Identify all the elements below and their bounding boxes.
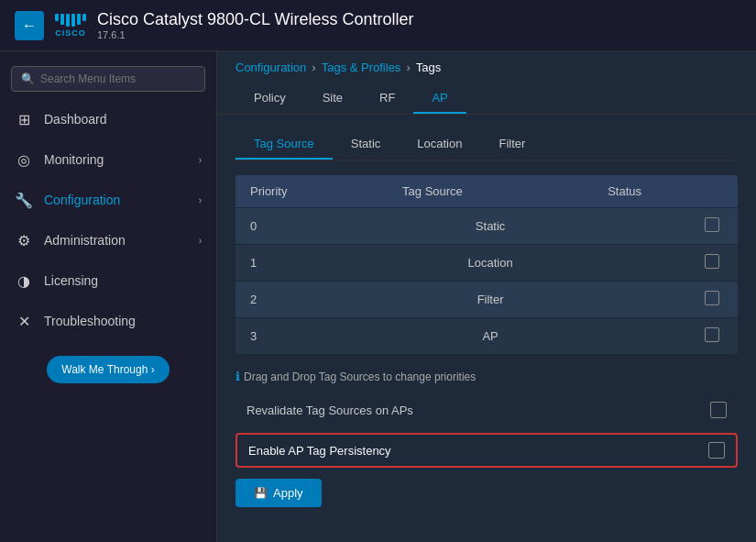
licensing-icon: ◑	[15, 271, 33, 290]
row1-checkbox[interactable]	[705, 254, 719, 269]
floppy-icon: 💾	[254, 487, 268, 500]
dashboard-icon: ⊞	[15, 110, 33, 128]
search-icon: 🔍	[21, 72, 35, 85]
row0-status	[593, 208, 738, 245]
row2-status	[593, 282, 738, 318]
app-title-block: Cisco Catalyst 9800-CL Wireless Controll…	[97, 10, 413, 40]
tab-location[interactable]: Location	[399, 129, 480, 160]
row0-checkbox[interactable]	[705, 217, 719, 232]
sidebar-label-dashboard: Dashboard	[44, 112, 202, 127]
monitoring-arrow-icon: ›	[199, 155, 202, 165]
breadcrumb-tags-profiles[interactable]: Tags & Profiles	[322, 61, 401, 74]
monitoring-icon: ◎	[15, 150, 33, 169]
row0-tag-source: Static	[388, 208, 593, 245]
tab-rf[interactable]: RF	[361, 83, 413, 114]
info-icon: ℹ	[236, 370, 240, 383]
tab-site[interactable]: Site	[304, 83, 361, 114]
sidebar-item-administration[interactable]: ⚙ Administration ›	[0, 220, 216, 260]
sidebar: 🔍 ⊞ Dashboard ◎ Monitoring › 🔧 Configura…	[0, 51, 217, 542]
search-box[interactable]: 🔍	[11, 66, 205, 92]
sidebar-label-monitoring: Monitoring	[44, 152, 188, 167]
app-version: 17.6.1	[97, 29, 413, 40]
col-priority: Priority	[236, 175, 388, 208]
table-row: 0 Static	[236, 208, 738, 245]
back-button[interactable]: ←	[15, 11, 44, 40]
persistency-label: Enable AP Tag Persistency	[248, 444, 391, 458]
tab-tag-source[interactable]: Tag Source	[236, 129, 333, 160]
row1-tag-source: Location	[388, 245, 593, 282]
top-tabs: Policy Site RF AP	[217, 83, 756, 115]
drag-info: ℹ Drag and Drop Tag Sources to change pr…	[236, 370, 738, 383]
sidebar-label-licensing: Licensing	[44, 273, 202, 288]
persistency-checkbox[interactable]	[708, 442, 725, 459]
row0-priority: 0	[236, 208, 388, 245]
table-row: 3 AP	[236, 318, 738, 355]
table-row: 2 Filter	[236, 282, 738, 318]
row2-checkbox[interactable]	[705, 291, 719, 305]
info-section: ℹ Drag and Drop Tag Sources to change pr…	[236, 370, 738, 507]
tab-ap[interactable]: AP	[413, 83, 466, 114]
breadcrumb-sep-2: ›	[406, 61, 410, 74]
table-row: 1 Location	[236, 245, 738, 282]
app-header: ← CISCO Cisco Catalyst 9800-CL Wireless …	[0, 0, 756, 51]
sidebar-item-configuration[interactable]: 🔧 Configuration ›	[0, 180, 216, 220]
cisco-logo: CISCO	[55, 14, 86, 38]
walk-me-through-button[interactable]: Walk Me Through ›	[47, 356, 169, 383]
revalidate-checkbox[interactable]	[710, 402, 727, 418]
row3-status	[593, 318, 738, 355]
search-input[interactable]	[40, 72, 195, 85]
revalidate-option-row: Revalidate Tag Sources on APs	[236, 394, 738, 426]
persistency-option-row: Enable AP Tag Persistency	[236, 433, 738, 468]
troubleshooting-icon: ✕	[15, 312, 33, 330]
breadcrumb-sep-1: ›	[312, 61, 315, 74]
apply-button[interactable]: 💾 Apply	[236, 479, 322, 507]
row3-priority: 3	[236, 318, 388, 355]
tab-filter[interactable]: Filter	[480, 129, 543, 160]
main-content: Configuration › Tags & Profiles › Tags P…	[217, 51, 756, 542]
breadcrumb: Configuration › Tags & Profiles › Tags	[217, 51, 756, 83]
breadcrumb-configuration[interactable]: Configuration	[236, 61, 306, 74]
tag-source-table: Priority Tag Source Status 0 Static 1	[236, 175, 738, 355]
row3-tag-source: AP	[388, 318, 593, 355]
sidebar-label-troubleshooting: Troubleshooting	[44, 314, 202, 328]
row2-tag-source: Filter	[388, 282, 593, 318]
configuration-icon: 🔧	[15, 191, 33, 209]
sidebar-item-dashboard[interactable]: ⊞ Dashboard	[0, 99, 216, 139]
sidebar-item-licensing[interactable]: ◑ Licensing	[0, 260, 216, 301]
sidebar-item-troubleshooting[interactable]: ✕ Troubleshooting	[0, 301, 216, 341]
administration-arrow-icon: ›	[199, 236, 202, 246]
row2-priority: 2	[236, 282, 388, 318]
row1-status	[593, 245, 738, 282]
administration-icon: ⚙	[15, 231, 33, 249]
sidebar-item-monitoring[interactable]: ◎ Monitoring ›	[0, 139, 216, 180]
app-title: Cisco Catalyst 9800-CL Wireless Controll…	[97, 10, 413, 29]
breadcrumb-tags: Tags	[416, 61, 441, 74]
secondary-tabs: Tag Source Static Location Filter	[236, 129, 738, 160]
tab-policy[interactable]: Policy	[236, 83, 304, 114]
sidebar-label-administration: Administration	[44, 233, 188, 248]
configuration-arrow-icon: ›	[199, 195, 202, 205]
apply-label: Apply	[273, 486, 303, 500]
col-status: Status	[593, 175, 738, 208]
row3-checkbox[interactable]	[705, 327, 719, 342]
sidebar-label-configuration: Configuration	[44, 193, 188, 207]
col-tag-source: Tag Source	[388, 175, 593, 208]
drag-info-text: Drag and Drop Tag Sources to change prio…	[244, 371, 476, 383]
content-area: Tag Source Static Location Filter Priori…	[217, 115, 756, 542]
tab-static[interactable]: Static	[333, 129, 400, 160]
row1-priority: 1	[236, 245, 388, 282]
revalidate-label: Revalidate Tag Sources on APs	[247, 404, 413, 417]
